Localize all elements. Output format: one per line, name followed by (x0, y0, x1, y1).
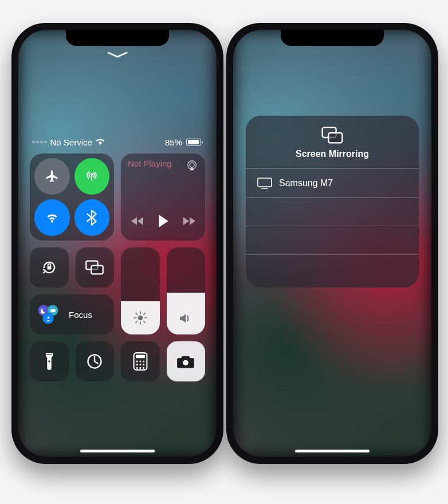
mirror-empty-row (246, 226, 419, 254)
svg-point-30 (139, 367, 141, 369)
brightness-icon (133, 310, 148, 325)
flashlight-button[interactable] (30, 341, 69, 381)
personal-focus-icon (42, 313, 54, 324)
volume-fill (167, 293, 206, 334)
screen-bezel: No Service 85% (18, 30, 217, 457)
play-button[interactable] (157, 214, 170, 230)
brightness-fill (121, 301, 160, 334)
phone-right: Screen Mirroring Samsung M7 (226, 23, 438, 464)
svg-point-25 (143, 360, 144, 362)
mirror-title: Screen Mirroring (296, 149, 369, 159)
connectivity-tile[interactable] (30, 153, 114, 241)
camera-icon (176, 354, 195, 369)
focus-label: Focus (69, 310, 92, 320)
svg-rect-35 (258, 178, 272, 187)
screen-bezel-r: Screen Mirroring Samsung M7 (233, 30, 431, 457)
volume-icon (178, 312, 193, 325)
tv-icon (257, 178, 272, 189)
timer-icon (86, 353, 103, 370)
bluetooth-toggle[interactable] (74, 199, 110, 236)
svg-rect-4 (47, 266, 51, 270)
media-title: Not Playing (128, 159, 172, 169)
mirror-empty-row (246, 197, 419, 226)
phone-left: No Service 85% (11, 23, 223, 464)
battery-percent-label: 85% (165, 137, 182, 147)
svg-point-24 (139, 360, 141, 362)
svg-line-14 (136, 321, 137, 322)
volume-slider[interactable] (167, 247, 206, 334)
forward-button[interactable] (182, 216, 196, 229)
wifi-status-icon (96, 139, 105, 145)
screen-mirror-icon (321, 126, 344, 144)
bluetooth-icon (85, 210, 98, 226)
svg-line-12 (136, 313, 137, 314)
rewind-button[interactable] (131, 216, 144, 229)
svg-point-31 (143, 367, 144, 369)
focus-button[interactable]: Focus (30, 294, 114, 334)
svg-rect-34 (328, 133, 342, 143)
calculator-button[interactable] (121, 341, 160, 381)
svg-point-7 (137, 316, 143, 321)
svg-line-13 (143, 321, 144, 322)
svg-rect-1 (91, 175, 92, 181)
cellular-toggle[interactable] (74, 158, 110, 195)
mirror-device-name: Samsung M7 (279, 178, 333, 188)
control-center-screen: No Service 85% (18, 30, 217, 457)
svg-point-29 (136, 367, 137, 369)
notch-r (281, 30, 384, 46)
home-indicator[interactable] (295, 450, 370, 452)
svg-point-26 (136, 364, 137, 365)
svg-rect-16 (50, 309, 55, 312)
svg-point-23 (136, 360, 137, 362)
collapse-grabber[interactable] (107, 50, 128, 61)
svg-point-18 (48, 360, 50, 362)
comparison-stage: No Service 85% (0, 0, 448, 504)
screen-mirror-icon (85, 259, 104, 275)
timer-button[interactable] (76, 341, 115, 381)
mirror-empty-row (246, 254, 419, 283)
media-tile[interactable]: Not Playing (121, 153, 205, 241)
wifi-icon (45, 210, 60, 225)
status-bar: No Service 85% (32, 136, 203, 148)
control-center-grid: Not Playing (30, 153, 205, 381)
rotation-lock-icon (40, 258, 58, 277)
mirror-header: Screen Mirroring (246, 126, 419, 168)
battery-icon (186, 139, 203, 146)
network-status-label: No Service (50, 137, 92, 147)
media-controls (131, 214, 196, 230)
focus-icons-stack (38, 305, 63, 324)
wifi-toggle[interactable] (34, 199, 70, 236)
airplay-audio-icon (186, 159, 198, 172)
svg-point-32 (183, 360, 188, 365)
battery-fill (188, 140, 199, 144)
calculator-icon (133, 352, 148, 371)
screen-mirroring-panel[interactable]: Screen Mirroring Samsung M7 (246, 116, 419, 288)
signal-dots (32, 141, 47, 144)
mirror-device-row[interactable]: Samsung M7 (246, 168, 419, 197)
camera-button[interactable] (167, 341, 206, 381)
cellular-antenna-icon (84, 169, 99, 184)
svg-point-27 (139, 364, 141, 365)
svg-point-3 (190, 163, 194, 167)
airplane-mode-toggle[interactable] (34, 158, 70, 195)
flashlight-icon (44, 352, 54, 371)
orientation-lock-button[interactable] (30, 247, 69, 288)
home-indicator[interactable] (80, 450, 155, 452)
svg-rect-22 (136, 355, 145, 359)
svg-point-28 (143, 364, 144, 365)
svg-point-17 (47, 316, 49, 318)
notch (66, 30, 169, 46)
brightness-slider[interactable] (121, 247, 160, 334)
svg-rect-6 (92, 266, 103, 274)
screen-mirror-button[interactable] (76, 247, 115, 288)
airplane-icon (45, 169, 60, 184)
svg-line-15 (143, 313, 144, 314)
